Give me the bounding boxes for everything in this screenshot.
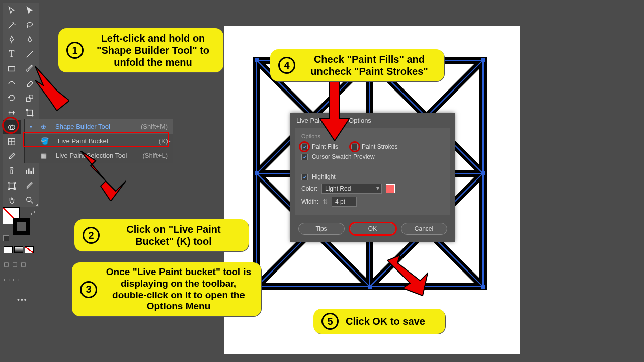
flyout-shortcut: (Shift+L)	[143, 152, 168, 159]
step-number: 3	[80, 281, 97, 298]
flyout-shape-builder[interactable]: ▪ ⊕ Shape Builder Tool (Shift+M)	[25, 119, 173, 134]
flyout-shortcut: (K)	[159, 137, 168, 145]
svg-rect-3	[29, 95, 33, 98]
width-value: 4 pt	[335, 198, 345, 205]
stepper-icon[interactable]: ⇅	[323, 198, 328, 205]
screen-mode-normal[interactable]: ▭	[4, 276, 10, 283]
screen-mode-draw-normal[interactable]: ◻	[4, 260, 9, 268]
direct-selection-tool[interactable]	[21, 3, 39, 18]
screen-mode-draw-inside[interactable]: ◻	[21, 260, 26, 268]
shaper-tool[interactable]	[3, 76, 21, 90]
svg-rect-20	[481, 58, 485, 62]
callout-3: 3 Once "Live Paint bucket" tool is displ…	[72, 262, 261, 316]
highlight-checkbox[interactable]	[301, 174, 308, 180]
callout-text: Click on "Live Paint Bucket" (K) tool	[107, 223, 240, 247]
edit-toolbar-icon[interactable]: •••	[17, 296, 28, 304]
svg-marker-29	[387, 255, 428, 296]
svg-rect-24	[368, 285, 372, 289]
flyout-label: Shape Builder Tool	[55, 123, 141, 130]
svg-rect-25	[481, 285, 485, 289]
arrow-5	[387, 255, 428, 296]
paint-fills-checkbox[interactable]	[301, 144, 308, 150]
type-tool[interactable]: T	[3, 47, 21, 61]
ok-button[interactable]: OK	[350, 223, 396, 235]
pen-tool[interactable]	[3, 32, 21, 47]
paint-strokes-label: Paint Strokes	[362, 143, 397, 150]
swap-fill-stroke-icon[interactable]: ⇄	[30, 209, 35, 216]
hand-tool[interactable]	[3, 193, 21, 207]
step-number: 4	[278, 57, 295, 74]
tips-button[interactable]: Tips	[298, 223, 345, 235]
color-dropdown[interactable]: Light Red	[321, 184, 382, 194]
mesh-tool[interactable]	[3, 134, 21, 149]
magic-wand-tool[interactable]	[3, 18, 21, 32]
rectangle-tool[interactable]	[3, 61, 21, 76]
stroke-swatch[interactable]	[13, 218, 30, 235]
caret-icon: ▸	[167, 137, 171, 145]
flyout-live-paint-bucket[interactable]: 🪣 Live Paint Bucket (K) ▸	[25, 134, 173, 148]
slice-tool[interactable]	[21, 178, 39, 193]
callout-1: 1 Left-click and hold on "Shape Builder …	[58, 28, 223, 72]
bucket-icon: 🪣	[41, 137, 49, 145]
highlight-label: Highlight	[312, 173, 336, 180]
symbol-sprayer-tool[interactable]	[3, 163, 21, 178]
lasso-tool[interactable]	[21, 18, 39, 32]
svg-rect-4	[27, 110, 33, 115]
cancel-button[interactable]: Cancel	[401, 223, 447, 235]
color-mode-none[interactable]	[25, 246, 34, 253]
svg-rect-21	[255, 171, 259, 175]
color-mode-row	[4, 246, 34, 253]
svg-point-6	[32, 115, 33, 116]
column-graph-tool[interactable]	[21, 163, 39, 178]
curvature-tool[interactable]	[21, 32, 39, 47]
svg-point-0	[27, 22, 33, 26]
callout-2: 2 Click on "Live Paint Bucket" (K) tool	[74, 219, 249, 251]
selection-icon: ▦	[41, 152, 47, 159]
cursor-swatch-checkbox[interactable]	[301, 154, 308, 160]
line-tool[interactable]	[21, 47, 39, 61]
svg-rect-14	[9, 183, 15, 188]
svg-rect-22	[481, 171, 485, 175]
color-mode-solid[interactable]	[4, 246, 13, 253]
paint-strokes-checkbox[interactable]	[351, 144, 358, 150]
svg-rect-13	[11, 170, 13, 174]
screen-mode-full[interactable]: ▭	[13, 276, 19, 283]
callout-text: Once "Live Paint bucket" tool is display…	[104, 266, 253, 312]
color-value: Light Red	[325, 185, 351, 192]
flyout-shortcut: (Shift+M)	[141, 123, 168, 130]
callout-text: Check "Paint Fills" and uncheck "Paint S…	[302, 53, 436, 77]
svg-marker-26	[35, 66, 69, 111]
step-number: 2	[83, 227, 100, 244]
paint-fills-label: Paint Fills	[312, 143, 338, 150]
rotate-tool[interactable]	[3, 90, 21, 105]
svg-point-5	[26, 109, 28, 111]
eyedropper-tool[interactable]	[3, 149, 21, 163]
cursor-swatch-label: Cursor Swatch Preview	[312, 153, 375, 160]
screen-mode-draw-behind[interactable]: ◻	[12, 260, 18, 268]
callout-4: 4 Check "Paint Fills" and uncheck "Paint…	[270, 49, 444, 81]
svg-point-15	[27, 197, 31, 201]
dot-icon: ▪	[30, 123, 37, 130]
artboard-tool[interactable]	[3, 178, 21, 193]
step-number: 5	[321, 313, 339, 330]
callout-5: 5 Click OK to save	[313, 309, 445, 334]
width-input[interactable]: 4 pt	[332, 197, 357, 207]
options-dialog: Live Paint Bucket Options Options Paint …	[290, 113, 455, 242]
shape-builder-icon: ⊕	[41, 123, 46, 130]
flyout-label: Live Paint Bucket	[58, 137, 159, 145]
step-number: 1	[66, 42, 84, 59]
default-fill-stroke-icon[interactable]	[3, 235, 9, 241]
color-mode-gradient[interactable]	[14, 246, 23, 253]
arrow-4	[319, 80, 350, 141]
dialog-title: Live Paint Bucket Options	[290, 113, 455, 128]
svg-marker-27	[80, 151, 126, 201]
selection-tool[interactable]	[3, 3, 21, 18]
color-swatch[interactable]	[386, 184, 395, 193]
tools-panel: T	[3, 3, 39, 207]
callout-text: Click OK to save	[346, 315, 425, 327]
color-label: Color:	[301, 185, 317, 192]
width-tool[interactable]	[3, 105, 21, 120]
callout-text: Left-click and hold on "Shape Builder To…	[91, 32, 215, 68]
width-label: Width:	[301, 198, 318, 205]
shape-builder-tool[interactable]	[3, 120, 21, 134]
